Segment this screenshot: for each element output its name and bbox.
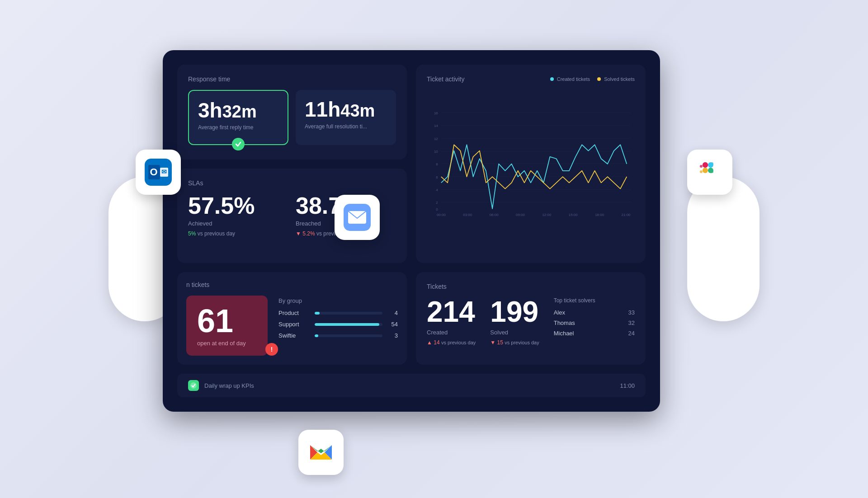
response-time-title: Response time [188, 75, 396, 83]
tickets-created-label: Created [427, 329, 476, 336]
chart-title: Ticket activity [427, 75, 465, 83]
tickets-solved-value: 199 [490, 297, 539, 326]
svg-text:03:00: 03:00 [463, 213, 472, 217]
solved-dot [597, 77, 601, 81]
bottom-bar: Daily wrap up KPIs 11:00 [177, 374, 646, 397]
svg-text:06:00: 06:00 [490, 213, 499, 217]
svg-text:16: 16 [434, 111, 438, 115]
svg-rect-16 [700, 170, 703, 173]
sla-achieved-value: 57.5% [188, 194, 288, 217]
sla-achieved-delta: 5% vs previous day [188, 230, 288, 237]
by-group-section: By group Product 4 Support 54 [278, 296, 398, 343]
group-row-product: Product 4 [278, 310, 398, 316]
group-name-support: Support [278, 321, 310, 328]
check-badge [232, 138, 245, 150]
sla-title: SLAs [188, 179, 396, 187]
group-bar-fill-swiftie [315, 334, 318, 337]
open-number: 61 [197, 305, 257, 337]
sla-achieved: 57.5% Achieved 5% vs previous day [188, 194, 288, 237]
chart-legend: Created tickets Solved tickets [550, 76, 635, 82]
created-dot [550, 77, 554, 81]
svg-text:12:00: 12:00 [542, 213, 551, 217]
svg-text:14: 14 [434, 124, 438, 128]
group-count-support: 54 [387, 321, 398, 328]
top-solvers: Top ticket solvers Alex 33 Thomas 32 Mic… [554, 297, 635, 340]
full-resolution-box: 11h43m Average full resolution ti... [296, 90, 396, 145]
svg-rect-9 [703, 162, 708, 168]
group-bar-fill-product [315, 312, 320, 315]
group-bar-product [315, 312, 382, 315]
svg-point-49 [190, 382, 197, 389]
sla-achieved-label: Achieved [188, 220, 288, 227]
group-name-swiftie: Swiftie [278, 332, 310, 339]
tickets-solved: 199 Solved ▼ 15 vs previous day [490, 297, 539, 346]
svg-text:15:00: 15:00 [569, 213, 578, 217]
slack-icon[interactable] [687, 150, 732, 195]
svg-text:18:00: 18:00 [595, 213, 604, 217]
mail-icon[interactable] [335, 195, 380, 240]
response-time-grid: 3h32m Average first reply time 11h43m Av… [188, 90, 396, 145]
group-count-product: 4 [387, 310, 398, 316]
alert-badge: ! [265, 343, 278, 356]
svg-text:12: 12 [434, 137, 438, 141]
tickets-inner: 214 Created ▲ 14 vs previous day 199 Sol… [427, 297, 635, 346]
response-time-card: Response time 3h32m Average first reply … [177, 65, 407, 160]
svg-text:4: 4 [436, 188, 438, 192]
chart-svg: 16 14 12 10 8 6 4 2 0 00:00 03:00 06:00 … [427, 90, 635, 240]
chart-container: 16 14 12 10 8 6 4 2 0 00:00 03:00 06:00 … [427, 90, 635, 240]
dashboard: Response time 3h32m Average first reply … [163, 50, 660, 412]
svg-text:10: 10 [434, 150, 438, 154]
svg-text:00:00: 00:00 [437, 213, 446, 217]
gmail-icon[interactable] [298, 430, 344, 475]
tickets-solved-label: Solved [490, 329, 539, 336]
full-resolution-time: 11h43m [305, 99, 387, 120]
solver-name-thomas: Thomas [554, 319, 575, 326]
svg-text:21:00: 21:00 [622, 213, 631, 217]
legend-solved: Solved tickets [597, 76, 635, 82]
svg-text:✉: ✉ [161, 168, 167, 175]
solver-name-alex: Alex [554, 309, 565, 316]
svg-text:0: 0 [436, 207, 438, 211]
top-solvers-title: Top ticket solvers [554, 297, 635, 304]
group-bar-fill-support [315, 323, 379, 326]
tickets-created-delta: ▲ 14 vs previous day [427, 339, 476, 346]
svg-text:8: 8 [436, 162, 438, 166]
right-pill [687, 177, 760, 321]
solver-row-michael: Michael 24 [554, 330, 635, 337]
chart-header: Ticket activity Created tickets Solved t… [427, 75, 635, 83]
svg-text:6: 6 [436, 175, 438, 179]
tickets-card: Tickets 214 Created ▲ 14 vs previous day… [416, 272, 646, 365]
bottom-bar-left: Daily wrap up KPIs [188, 380, 254, 391]
solver-count-alex: 33 [628, 309, 635, 316]
group-count-swiftie: 3 [387, 332, 398, 339]
solver-count-michael: 24 [628, 330, 635, 337]
open-tickets-card: n tickets 61 open at end of day By group… [177, 272, 407, 365]
group-bar-support [315, 323, 382, 326]
group-name-product: Product [278, 310, 310, 316]
tickets-solved-delta: ▼ 15 vs previous day [490, 339, 539, 346]
svg-text:O: O [150, 166, 157, 178]
open-tickets-inner: 61 open at end of day By group Product 4… [186, 296, 398, 370]
open-label: open at end of day [197, 340, 257, 347]
full-resolution-label: Average full resolution ti... [305, 123, 387, 130]
svg-rect-13 [700, 165, 703, 168]
svg-rect-14 [711, 162, 713, 165]
bottom-bar-text: Daily wrap up KPIs [204, 382, 254, 389]
ticket-activity-card: Ticket activity Created tickets Solved t… [416, 65, 646, 263]
legend-created: Created tickets [550, 76, 590, 82]
first-reply-time: 3h32m [198, 100, 278, 121]
outlook-icon[interactable]: O ✉ [136, 150, 181, 195]
group-row-swiftie: Swiftie 3 [278, 332, 398, 339]
solver-row-alex: Alex 33 [554, 309, 635, 316]
tickets-created: 214 Created ▲ 14 vs previous day [427, 297, 476, 346]
solver-row-thomas: Thomas 32 [554, 319, 635, 326]
tickets-created-value: 214 [427, 297, 476, 326]
svg-rect-12 [703, 168, 708, 173]
first-reply-box: 3h32m Average first reply time [188, 90, 288, 145]
tickets-title: Tickets [427, 283, 635, 290]
solver-name-michael: Michael [554, 330, 574, 337]
outer-container: O ✉ [163, 50, 705, 448]
svg-text:2: 2 [436, 201, 438, 205]
svg-text:09:00: 09:00 [516, 213, 525, 217]
open-tickets-title: n tickets [186, 281, 398, 288]
